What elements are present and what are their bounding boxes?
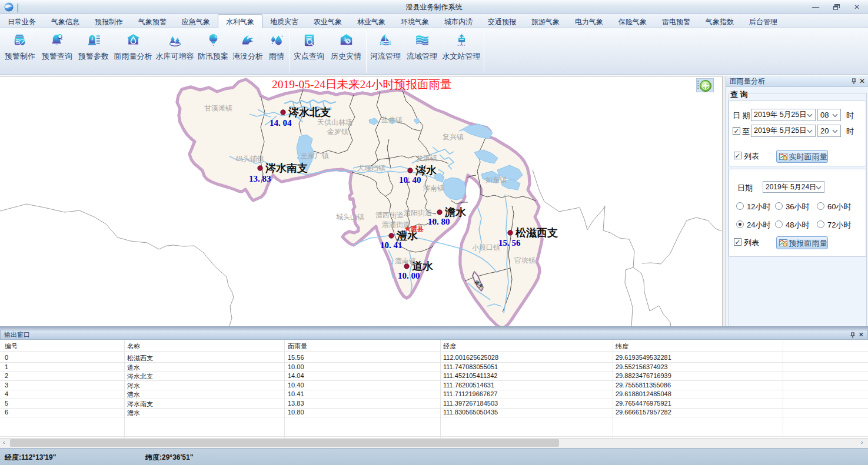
svg-text:15. 56: 15. 56 [498,238,521,247]
svg-text:澹水: 澹水 [444,206,467,218]
svg-text:2019-05-24日未来24小时预报面雨量: 2019-05-24日未来24小时预报面雨量 [272,78,452,91]
svg-text:复兴镇: 复兴镇 [443,133,464,141]
svg-text:码头铺镇: 码头铺镇 [236,155,264,163]
svg-text:甘溪滩镇: 甘溪滩镇 [204,104,232,112]
svg-text:10. 80: 10. 80 [428,217,450,226]
svg-text:涔水南支: 涔水南支 [265,162,308,174]
svg-text:★澧县: ★澧县 [404,225,424,233]
svg-text:天供山林场: 天供山林场 [317,118,352,126]
svg-text:13. 83: 13. 83 [249,174,271,183]
svg-text:大堰垱镇: 大堰垱镇 [357,164,385,172]
svg-text:10. 40: 10. 40 [399,175,421,185]
svg-text:王家厂镇: 王家厂镇 [301,152,329,160]
svg-text:涔南镇: 涔南镇 [423,184,444,192]
svg-text:涔水: 涔水 [415,165,437,176]
svg-text:城头山镇: 城头山镇 [336,213,364,221]
svg-text:如东镇: 如东镇 [485,176,507,184]
svg-text:10. 41: 10. 41 [380,240,403,250]
svg-text:涔水北支: 涔水北支 [288,106,331,118]
svg-text:澧西街道: 澧西街道 [375,211,404,219]
svg-text:道水: 道水 [412,260,434,272]
svg-text:盐井镇: 盐井镇 [381,116,403,124]
svg-text:澧阳街道: 澧阳街道 [404,209,432,217]
svg-text:金罗镇: 金罗镇 [327,128,348,136]
svg-text:14. 04: 14. 04 [270,118,292,128]
svg-text:松滋西支: 松滋西支 [515,227,558,239]
svg-text:梦溪镇: 梦溪镇 [416,154,437,162]
svg-text:官垸镇: 官垸镇 [514,256,536,265]
svg-text:10. 00: 10. 00 [398,271,420,280]
svg-text:小渡口镇: 小渡口镇 [472,243,500,252]
